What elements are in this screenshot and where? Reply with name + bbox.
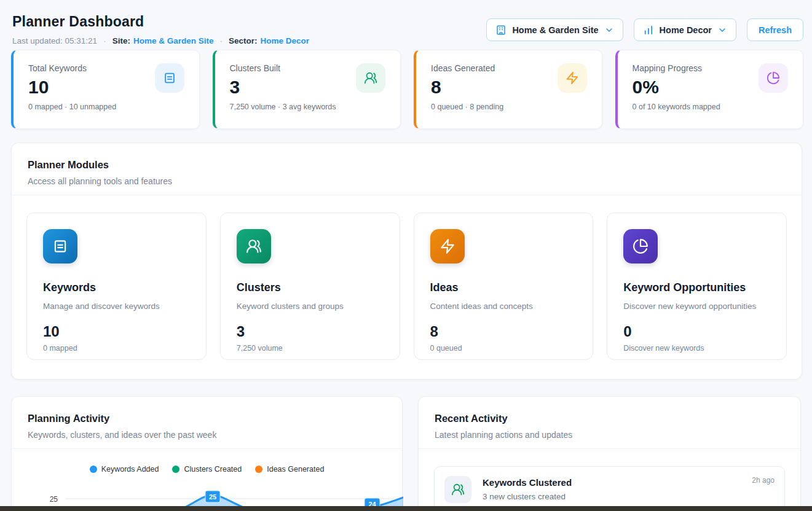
svg-text:25: 25	[209, 493, 216, 501]
module-title: Ideas	[430, 281, 577, 294]
planning-activity-subtitle: Keywords, clusters, and ideas over the p…	[28, 430, 386, 440]
bottom-edge-strip	[0, 506, 812, 511]
legend-item-keywords-added: Keywords Added	[90, 465, 159, 474]
users-icon	[356, 63, 385, 93]
module-title: Clusters	[237, 281, 384, 294]
chevron-down-icon	[717, 25, 727, 35]
module-subtext: Discover new keywords	[623, 344, 770, 353]
planning-activity-panel: Planning Activity Keywords, clusters, an…	[11, 396, 403, 511]
chart-legend: Keywords Added Clusters Created Ideas Ge…	[12, 465, 402, 474]
building-icon	[495, 25, 507, 36]
document-icon	[155, 63, 184, 93]
users-icon	[237, 229, 271, 263]
legend-label: Ideas Generated	[267, 465, 324, 474]
modules-grid: Keywords Manage and discover keywords 10…	[12, 195, 802, 377]
stat-card-ideas-generated: Ideas Generated 8 0 queued · 8 pending	[414, 50, 602, 129]
meta-separator: ·	[219, 36, 223, 45]
y-axis-tick: 25	[50, 495, 58, 504]
divider	[419, 448, 800, 449]
module-subtext: 0 queued	[430, 344, 577, 353]
sector-selector-dropdown[interactable]: Home Decor	[634, 18, 736, 41]
site-label: Site:	[112, 36, 130, 45]
planning-activity-title: Planning Activity	[28, 413, 386, 424]
module-description: Manage and discover keywords	[43, 302, 190, 311]
zap-icon	[430, 229, 465, 263]
toolbar: Home & Garden Site Home Decor Refresh	[486, 18, 803, 41]
point-label-badge: 25	[205, 491, 220, 502]
modules-section-subtitle: Access all planning tools and features	[28, 176, 786, 186]
legend-label: Clusters Created	[184, 465, 242, 474]
legend-dot	[172, 466, 179, 473]
users-icon	[444, 476, 471, 503]
bar-chart-icon	[643, 25, 654, 36]
module-value: 10	[43, 323, 190, 340]
legend-label: Keywords Added	[101, 465, 159, 474]
activity-item-description: 3 new clusters created	[483, 492, 572, 501]
activity-item-title: Keywords Clustered	[483, 477, 572, 488]
recent-activity-panel: Recent Activity Latest planning actions …	[418, 396, 801, 511]
stat-subtext: 7,250 volume · 3 avg keywords	[230, 103, 386, 111]
legend-dot	[90, 466, 97, 473]
document-icon	[43, 229, 77, 263]
activity-item-timestamp: 2h ago	[752, 476, 775, 485]
module-description: Content ideas and concepts	[430, 302, 577, 311]
stat-card-total-keywords: Total Keywords 10 0 mapped · 10 unmapped	[11, 50, 200, 129]
planner-modules-panel: Planner Modules Access all planning tool…	[11, 142, 802, 380]
stat-subtext: 0 mapped · 10 unmapped	[28, 103, 184, 111]
modules-section-title: Planner Modules	[28, 159, 786, 171]
last-updated-text: Last updated: 05:31:21	[12, 36, 97, 45]
sector-selector-label: Home Decor	[660, 25, 712, 35]
legend-item-ideas-generated: Ideas Generated	[255, 465, 324, 474]
module-card-keywords[interactable]: Keywords Manage and discover keywords 10…	[26, 213, 207, 360]
zap-icon	[558, 63, 587, 93]
module-card-keyword-opportunities[interactable]: Keyword Opportunities Discover new keywo…	[607, 213, 787, 360]
module-value: 3	[237, 323, 384, 340]
recent-activity-title: Recent Activity	[435, 413, 784, 424]
module-subtext: 7,250 volume	[237, 344, 384, 353]
module-description: Keyword clusters and groups	[237, 302, 384, 311]
page-title: Planner Dashboard	[12, 14, 144, 30]
sector-label: Sector:	[229, 36, 258, 45]
meta-separator: ·	[103, 36, 106, 45]
stat-subtext: 0 queued · 8 pending	[431, 103, 587, 111]
legend-item-clusters-created: Clusters Created	[172, 465, 242, 474]
chevron-down-icon	[604, 25, 614, 35]
module-title: Keyword Opportunities	[623, 281, 770, 294]
stat-card-clusters-built: Clusters Built 3 7,250 volume · 3 avg ke…	[213, 50, 401, 129]
stat-subtext: 0 of 10 keywords mapped	[633, 103, 789, 111]
header-meta: Last updated: 05:31:21 · Site: Home & Ga…	[12, 36, 309, 45]
module-value: 0	[623, 323, 770, 340]
recent-activity-subtitle: Latest planning actions and updates	[435, 430, 784, 440]
sector-link[interactable]: Home Decor	[260, 36, 309, 45]
activity-list-item: Keywords Clustered 3 new clusters create…	[434, 466, 785, 511]
module-description: Discover new keyword opportunities	[623, 302, 770, 311]
site-link[interactable]: Home & Garden Site	[133, 36, 214, 45]
stat-card-mapping-progress: Mapping Progress 0% 0 of 10 keywords map…	[615, 50, 804, 129]
module-title: Keywords	[43, 281, 190, 294]
divider	[12, 448, 402, 449]
module-card-clusters[interactable]: Clusters Keyword clusters and groups 3 7…	[220, 213, 400, 360]
module-subtext: 0 mapped	[43, 344, 190, 353]
legend-dot	[255, 466, 262, 473]
module-value: 8	[430, 323, 577, 340]
module-card-ideas[interactable]: Ideas Content ideas and concepts 8 0 que…	[414, 213, 594, 360]
site-selector-label: Home & Garden Site	[512, 25, 598, 35]
stat-cards-row: Total Keywords 10 0 mapped · 10 unmapped…	[11, 50, 803, 129]
site-selector-dropdown[interactable]: Home & Garden Site	[486, 18, 623, 41]
refresh-button[interactable]: Refresh	[747, 18, 803, 41]
pie-chart-icon	[759, 63, 788, 93]
pie-chart-icon	[623, 229, 658, 263]
